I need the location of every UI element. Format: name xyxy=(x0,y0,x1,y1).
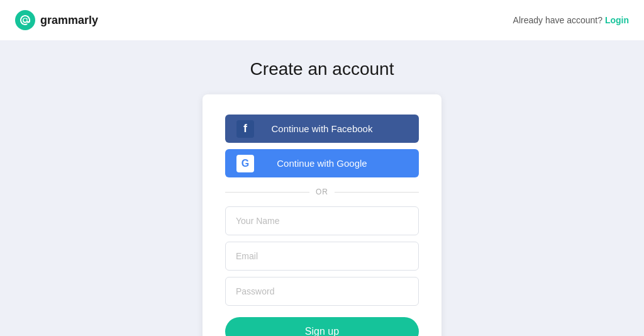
divider-line-left xyxy=(225,192,309,193)
logo-area: grammarly xyxy=(15,10,98,30)
facebook-icon: f xyxy=(235,119,255,139)
google-icon: G xyxy=(235,154,255,174)
logo-text: grammarly xyxy=(40,14,98,27)
main-content: Create an account f Continue with Facebo… xyxy=(0,40,644,336)
facebook-f-icon: f xyxy=(236,120,254,138)
or-divider: OR xyxy=(225,188,419,196)
signup-card: f Continue with Facebook G Continue with… xyxy=(203,94,441,336)
page-title: Create an account xyxy=(250,59,394,79)
name-input[interactable] xyxy=(225,206,419,235)
login-link[interactable]: Login xyxy=(605,15,629,25)
facebook-button[interactable]: f Continue with Facebook xyxy=(225,115,419,143)
grammarly-logo-icon xyxy=(15,10,35,30)
google-button[interactable]: G Continue with Google xyxy=(225,149,419,177)
header: grammarly Already have account? Login xyxy=(0,0,644,40)
password-input[interactable] xyxy=(225,277,419,306)
divider-text: OR xyxy=(309,188,335,196)
signup-button[interactable]: Sign up xyxy=(225,317,419,336)
already-account-text: Already have account? xyxy=(513,15,602,25)
svg-point-0 xyxy=(15,10,35,30)
email-input[interactable] xyxy=(225,242,419,271)
facebook-button-label: Continue with Facebook xyxy=(235,123,409,134)
signup-button-label: Sign up xyxy=(305,326,339,336)
header-right: Already have account? Login xyxy=(513,15,629,25)
divider-line-right xyxy=(335,192,419,193)
google-button-label: Continue with Google xyxy=(235,158,409,169)
google-g-icon: G xyxy=(236,155,254,172)
